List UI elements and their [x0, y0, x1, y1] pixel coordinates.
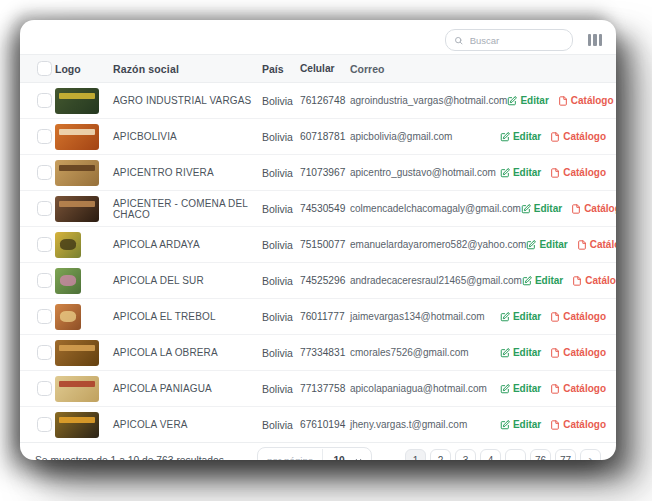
per-page-value: 10	[323, 455, 353, 460]
page-button-76[interactable]: 76	[530, 449, 551, 460]
apicola-del-sur-logo	[55, 268, 81, 294]
company-email: apicbolivia@gmail.com	[350, 131, 500, 142]
edit-button-label: Editar	[535, 275, 563, 286]
company-email: agroindustria_vargas@hotmail.com	[350, 95, 507, 106]
page-button-2[interactable]: 2	[430, 449, 451, 460]
edit-button[interactable]: Editar	[500, 167, 541, 178]
edit-pencil-icon	[500, 312, 510, 322]
company-phone: 67610194	[300, 419, 350, 430]
catalog-button-label: Catálogo	[563, 383, 606, 394]
select-all-checkbox[interactable]	[37, 61, 52, 76]
search-box[interactable]	[445, 29, 573, 51]
table-row: AGRO INDUSTRIAL VARGAS Bolivia 76126748 …	[20, 83, 616, 119]
table-row: APICENTRO RIVERA Bolivia 71073967 apicen…	[20, 155, 616, 191]
file-icon	[550, 132, 560, 142]
edit-pencil-icon	[500, 420, 510, 430]
catalog-button[interactable]: Catálogo	[550, 419, 606, 430]
edit-button-label: Editar	[520, 95, 548, 106]
page-ellipsis: ...	[505, 449, 526, 460]
company-country: Bolivia	[262, 419, 300, 431]
company-phone: 77334831	[300, 347, 350, 358]
catalog-button-label: Catálogo	[590, 239, 616, 250]
search-input[interactable]	[468, 34, 564, 47]
company-country: Bolivia	[262, 383, 300, 395]
catalog-button-label: Catálogo	[571, 95, 614, 106]
company-phone: 60718781	[300, 131, 350, 142]
edit-button-label: Editar	[513, 419, 541, 430]
table-row: APICOLA VERA Bolivia 67610194 jheny.varg…	[20, 407, 616, 442]
company-country: Bolivia	[262, 131, 300, 143]
catalog-button-label: Catálogo	[563, 131, 606, 142]
apicola-el-trebol-logo	[55, 304, 81, 330]
row-checkbox[interactable]	[37, 201, 52, 216]
edit-button[interactable]: Editar	[522, 275, 563, 286]
company-email: jaimevargas134@hotmail.com	[350, 311, 500, 322]
edit-button[interactable]: Editar	[500, 419, 541, 430]
row-checkbox[interactable]	[37, 381, 52, 396]
row-checkbox[interactable]	[37, 129, 52, 144]
page-button-1[interactable]: 1	[405, 449, 426, 460]
catalog-button[interactable]: Catálogo	[571, 203, 616, 214]
page-button-77[interactable]: 77	[555, 449, 576, 460]
company-phone: 74525296	[300, 275, 350, 286]
catalog-button[interactable]: Catálogo	[558, 95, 614, 106]
company-phone: 76126748	[300, 95, 350, 106]
table-row: APICENTER - COMENA DEL CHACO Bolivia 745…	[20, 191, 616, 227]
per-page-label: por página	[258, 449, 323, 461]
catalog-button[interactable]: Catálogo	[550, 311, 606, 322]
vargas-card-logo	[55, 88, 99, 114]
edit-button[interactable]: Editar	[507, 95, 548, 106]
catalog-button[interactable]: Catálogo	[550, 131, 606, 142]
file-icon	[550, 420, 560, 430]
apicola-paniagua-logo	[55, 376, 99, 402]
catalog-button-label: Catálogo	[563, 167, 606, 178]
header-pais: País	[262, 63, 300, 75]
file-icon	[550, 312, 560, 322]
company-phone: 76011777	[300, 311, 350, 322]
edit-button[interactable]: Editar	[500, 383, 541, 394]
per-page-select[interactable]: por página 10	[257, 447, 372, 461]
row-checkbox[interactable]	[37, 345, 52, 360]
edit-pencil-icon	[500, 132, 510, 142]
edit-button[interactable]: Editar	[500, 347, 541, 358]
edit-button-label: Editar	[513, 167, 541, 178]
catalog-button[interactable]: Catálogo	[572, 275, 616, 286]
apicentro-rivera-logo	[55, 160, 99, 186]
catalog-button[interactable]: Catálogo	[550, 383, 606, 394]
edit-button[interactable]: Editar	[500, 131, 541, 142]
file-icon	[572, 276, 582, 286]
row-checkbox[interactable]	[37, 237, 52, 252]
page-button-4[interactable]: 4	[480, 449, 501, 460]
edit-button-label: Editar	[513, 131, 541, 142]
catalog-button[interactable]: Catálogo	[550, 167, 606, 178]
company-phone: 71073967	[300, 167, 350, 178]
company-country: Bolivia	[262, 347, 300, 359]
table-body: AGRO INDUSTRIAL VARGAS Bolivia 76126748 …	[20, 83, 616, 442]
edit-pencil-icon	[521, 204, 531, 214]
edit-button[interactable]: Editar	[526, 239, 567, 250]
edit-button[interactable]: Editar	[500, 311, 541, 322]
columns-icon[interactable]	[588, 34, 603, 46]
edit-button-label: Editar	[539, 239, 567, 250]
table-row: APICOLA DEL SUR Bolivia 74525296 andrade…	[20, 263, 616, 299]
row-checkbox[interactable]	[37, 273, 52, 288]
edit-pencil-icon	[500, 384, 510, 394]
catalog-button[interactable]: Catálogo	[550, 347, 606, 358]
edit-button[interactable]: Editar	[521, 203, 562, 214]
edit-pencil-icon	[526, 240, 536, 250]
next-page-button[interactable]: ›	[580, 449, 601, 460]
company-name: APICENTRO RIVERA	[113, 167, 262, 178]
table-header-row: Logo Razón social País Celular Correo	[20, 54, 616, 83]
apicola-ardaya-logo	[55, 232, 81, 258]
table-row: APICOLA EL TREBOL Bolivia 76011777 jaime…	[20, 299, 616, 335]
catalog-button-label: Catálogo	[585, 275, 616, 286]
page-button-3[interactable]: 3	[455, 449, 476, 460]
row-checkbox[interactable]	[37, 165, 52, 180]
table-footer: Se muestran de 1 a 10 de 763 resultados …	[20, 442, 616, 460]
row-checkbox[interactable]	[37, 93, 52, 108]
file-icon	[550, 168, 560, 178]
row-checkbox[interactable]	[37, 417, 52, 432]
catalog-button[interactable]: Catálogo	[577, 239, 616, 250]
edit-pencil-icon	[500, 168, 510, 178]
row-checkbox[interactable]	[37, 309, 52, 324]
